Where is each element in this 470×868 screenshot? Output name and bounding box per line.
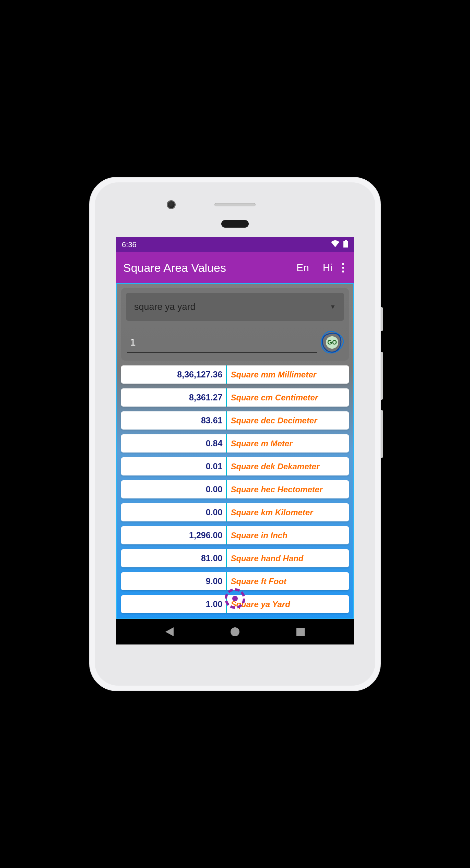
screen: 6:36 Square Area Values En Hi xyxy=(116,237,354,644)
result-row[interactable]: 8,361.27Square cm Centimeter xyxy=(121,388,349,407)
nav-recent-button[interactable] xyxy=(295,627,306,637)
result-label: Square dek Dekameter xyxy=(227,457,349,475)
result-label: Square dec Decimeter xyxy=(227,411,349,430)
language-hi-button[interactable]: Hi xyxy=(323,262,332,274)
svg-rect-1 xyxy=(343,241,348,248)
result-row[interactable]: 0.01Square dek Dekameter xyxy=(121,457,349,475)
result-label: Square ft Foot xyxy=(227,572,349,590)
go-button-label: GO xyxy=(327,339,337,346)
phone-side-button xyxy=(381,410,383,458)
result-value: 1,296.00 xyxy=(121,526,226,544)
status-icons xyxy=(331,240,348,250)
result-row[interactable]: 1.00Square ya Yard xyxy=(121,595,349,613)
result-label: Square ya Yard xyxy=(227,595,349,613)
camera-icon xyxy=(167,200,176,209)
result-value: 0.00 xyxy=(121,480,226,498)
svg-rect-0 xyxy=(345,240,347,241)
result-row[interactable]: 0.84Square m Meter xyxy=(121,434,349,453)
result-label: Square hec Hectometer xyxy=(227,480,349,498)
overflow-menu-button[interactable] xyxy=(339,261,347,274)
result-label: Square km Kilometer xyxy=(227,503,349,521)
wifi-icon xyxy=(331,240,339,249)
nav-back-button[interactable] xyxy=(164,627,175,637)
result-value: 0.00 xyxy=(121,503,226,521)
nav-home-button[interactable] xyxy=(230,627,240,637)
result-row[interactable]: 9.00Square ft Foot xyxy=(121,572,349,590)
result-row[interactable]: 0.00Square hec Hectometer xyxy=(121,480,349,498)
result-value: 0.84 xyxy=(121,434,226,453)
result-label: Square in Inch xyxy=(227,526,349,544)
input-card: square ya yard ▼ GO xyxy=(121,288,349,361)
result-value: 1.00 xyxy=(121,595,226,613)
status-bar: 6:36 xyxy=(116,237,354,252)
result-value: 81.00 xyxy=(121,549,226,567)
result-row[interactable]: 81.00Square hand Hand xyxy=(121,549,349,567)
status-time: 6:36 xyxy=(122,240,331,249)
battery-icon xyxy=(343,240,348,250)
speaker-icon xyxy=(214,203,256,206)
result-value: 8,361.27 xyxy=(121,388,226,407)
dropdown-selected-label: square ya yard xyxy=(134,302,196,312)
phone-side-button xyxy=(381,352,383,400)
result-value: 8,36,127.36 xyxy=(121,365,226,384)
result-label: Square m Meter xyxy=(227,434,349,453)
earpiece-icon xyxy=(221,220,249,228)
input-row: GO xyxy=(126,329,344,356)
go-button[interactable]: GO xyxy=(321,332,343,353)
unit-dropdown[interactable]: square ya yard ▼ xyxy=(126,293,344,321)
result-row[interactable]: 1,296.00Square in Inch xyxy=(121,526,349,544)
app-bar: Square Area Values En Hi xyxy=(116,252,354,283)
results-list: 8,36,127.36Square mm Millimeter8,361.27S… xyxy=(121,365,349,613)
chevron-down-icon: ▼ xyxy=(330,303,336,311)
navigation-bar xyxy=(116,619,354,644)
result-value: 9.00 xyxy=(121,572,226,590)
result-row[interactable]: 83.61Square dec Decimeter xyxy=(121,411,349,430)
phone-side-button xyxy=(381,307,383,331)
result-label: Square cm Centimeter xyxy=(227,388,349,407)
result-row[interactable]: 0.00Square km Kilometer xyxy=(121,503,349,521)
phone-frame: 6:36 Square Area Values En Hi xyxy=(89,177,381,691)
content-area: square ya yard ▼ GO 8,36,127.36Square mm… xyxy=(116,283,354,619)
result-value: 83.61 xyxy=(121,411,226,430)
result-label: Square hand Hand xyxy=(227,549,349,567)
result-value: 0.01 xyxy=(121,457,226,475)
language-en-button[interactable]: En xyxy=(296,262,309,274)
result-row[interactable]: 8,36,127.36Square mm Millimeter xyxy=(121,365,349,384)
value-input[interactable] xyxy=(127,332,317,353)
page-title: Square Area Values xyxy=(123,261,290,275)
phone-bezel: 6:36 Square Area Values En Hi xyxy=(95,182,375,686)
result-label: Square mm Millimeter xyxy=(227,365,349,384)
